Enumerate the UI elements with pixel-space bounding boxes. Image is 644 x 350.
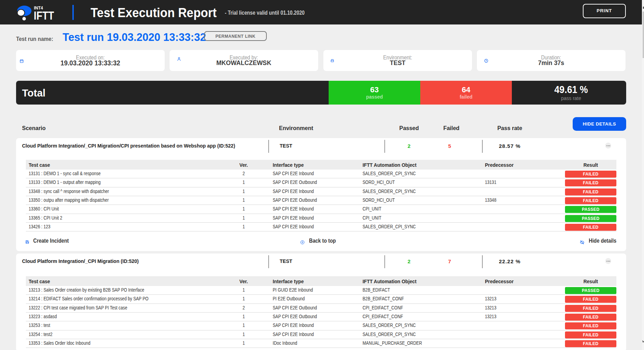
svg-text:IFTT: IFTT <box>34 9 54 22</box>
